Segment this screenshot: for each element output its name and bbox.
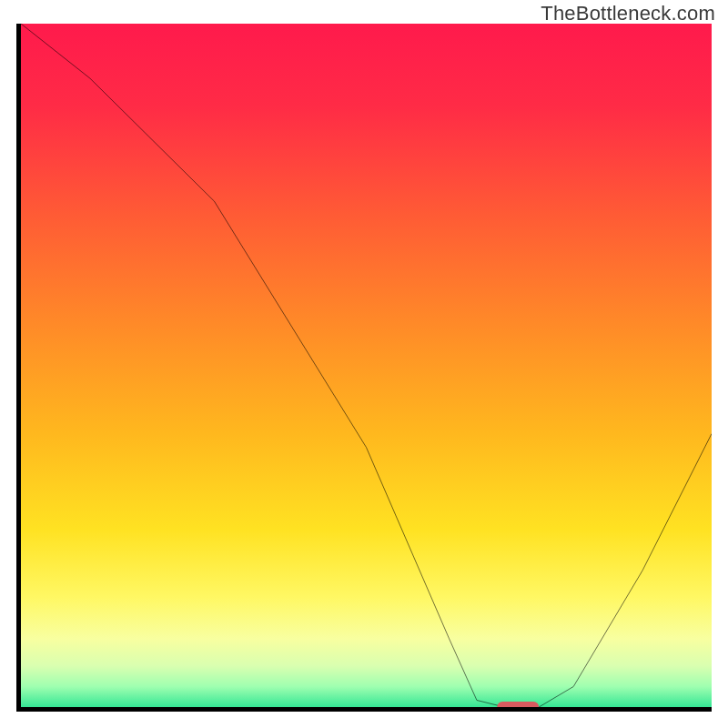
optimal-marker (498, 702, 540, 712)
bottleneck-curve (21, 24, 712, 707)
plot-area (16, 24, 712, 712)
chart-container: TheBottleneck.com (0, 0, 728, 728)
watermark-text: TheBottleneck.com (541, 2, 715, 25)
